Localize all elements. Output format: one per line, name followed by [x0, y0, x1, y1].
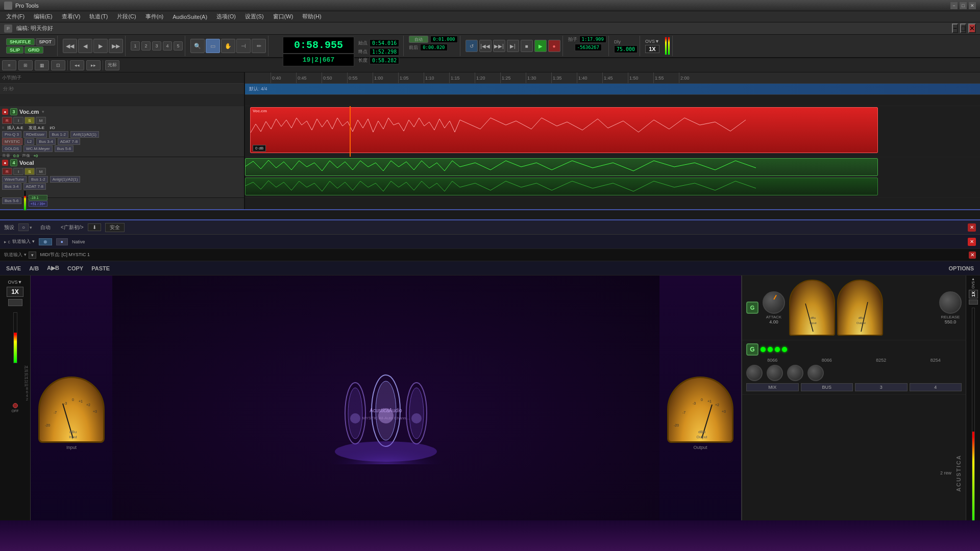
loop-button[interactable]: ↺	[465, 40, 478, 52]
track-4-mute[interactable]: M	[36, 168, 46, 175]
back-button[interactable]: ◀	[78, 39, 92, 53]
insert-l2[interactable]: L2	[24, 138, 34, 145]
grab-tool[interactable]: ✋	[221, 39, 235, 53]
menu-clip[interactable]: 片段(C)	[113, 12, 140, 21]
bus1-display[interactable]: Bus 1-2	[49, 131, 68, 138]
midi-input-select[interactable]: ▾	[29, 252, 36, 259]
menu-help[interactable]: 帮助(H)	[298, 12, 325, 21]
bus2-display[interactable]: Bus 3-4	[36, 138, 56, 145]
prev-button[interactable]: ◀◀	[63, 39, 77, 53]
insert-mystic[interactable]: MYSTIC	[2, 138, 22, 145]
plugin-compare[interactable]: 安全	[105, 223, 125, 232]
window-controls[interactable]: − □ ✕	[950, 2, 976, 9]
track-4-power[interactable]: ●	[2, 160, 8, 166]
right-ovs-checkbox[interactable]	[969, 299, 978, 305]
track4-bus2[interactable]: Bus 3-4	[2, 183, 21, 190]
nudge-back[interactable]: ◂◂	[70, 60, 84, 70]
menu-options[interactable]: 选项(O)	[212, 12, 240, 21]
menu-window[interactable]: 窗口(W)	[269, 12, 298, 21]
track-3-mute[interactable]: M	[36, 117, 46, 124]
slip-button[interactable]: SLIP	[6, 46, 23, 54]
goto-end-button[interactable]: ▶|	[507, 40, 519, 52]
rewind-button[interactable]: |◀◀	[479, 40, 492, 52]
track4-insert1[interactable]: WaveTune	[2, 176, 27, 183]
select-tool[interactable]: ▭	[206, 39, 220, 53]
paste-button[interactable]: PASTE	[91, 265, 110, 271]
freq-knob-2[interactable]	[767, 365, 783, 381]
midi-close-button[interactable]: ✕	[969, 252, 976, 259]
options-button[interactable]: OPTIONS	[948, 265, 974, 271]
maximize-button[interactable]: □	[960, 2, 967, 9]
plugin-bypass-button[interactable]: ⊗	[39, 238, 52, 245]
track-4-input[interactable]: I	[13, 168, 23, 175]
stop-button[interactable]: ■	[521, 40, 533, 52]
track-3-record[interactable]: R	[2, 117, 12, 124]
mix-button[interactable]: MIX	[746, 383, 799, 391]
edit-mode-2[interactable]: ⊞	[18, 60, 33, 70]
menu-edit[interactable]: 编辑(E)	[30, 12, 57, 21]
ovs-checkbox[interactable]	[8, 299, 22, 306]
plugin-panel-close[interactable]: ✕	[968, 223, 976, 232]
atob-button[interactable]: A▶B	[47, 265, 59, 271]
track-1-button[interactable]: 1	[131, 41, 140, 51]
menu-track[interactable]: 轨道(T)	[85, 12, 112, 21]
track-3-power[interactable]: ●	[2, 109, 8, 115]
track-3-input[interactable]: I	[13, 117, 23, 124]
track4-bus3[interactable]: Bus 5-6	[2, 197, 21, 204]
track-3-button[interactable]: 3	[152, 41, 161, 51]
save-button[interactable]: SAVE	[6, 265, 21, 271]
minimize-button[interactable]: −	[950, 2, 958, 9]
ab-button[interactable]: A/B	[29, 265, 39, 271]
edit-mode-1[interactable]: ≡	[2, 60, 16, 70]
close-button[interactable]: ✕	[969, 2, 976, 9]
ff-button[interactable]: ▶▶|	[493, 40, 505, 52]
insert-rdeesser[interactable]: RDeEsser	[23, 131, 47, 138]
menu-view[interactable]: 查看(V)	[58, 12, 85, 21]
track-3-region[interactable]: Voc.cm 0 dB	[250, 107, 878, 153]
plugin-save-btn[interactable]: ⬇	[88, 223, 101, 231]
forward-button[interactable]: ▶	[93, 39, 108, 53]
release-knob[interactable]	[939, 291, 962, 314]
plugin-active-button[interactable]: ●	[56, 238, 68, 245]
freq-knob-1[interactable]	[746, 365, 763, 381]
menu-audiosuite[interactable]: AudioSuite(A)	[168, 13, 211, 21]
track-5-button[interactable]: 5	[174, 41, 183, 51]
preroll-enable-button[interactable]: 自动	[409, 36, 428, 43]
track4-out[interactable]: AnlgI(1)/A2(1)	[50, 176, 81, 183]
bus-3-button[interactable]: 3	[855, 383, 908, 391]
track-4-region-bottom[interactable]	[245, 178, 878, 195]
attack-knob[interactable]	[763, 291, 785, 314]
menu-event[interactable]: 事件(n)	[141, 12, 167, 21]
bus3-display[interactable]: Bus 5-6	[55, 145, 74, 152]
edit-mode-3[interactable]: ▦	[35, 60, 49, 70]
float-close-button[interactable]: ✕	[968, 23, 976, 33]
play-button[interactable]: ▶	[534, 40, 547, 52]
grid-button[interactable]: GRID	[24, 46, 43, 54]
insert-golds[interactable]: GOLDS	[2, 145, 21, 152]
track-4-button[interactable]: 4	[163, 41, 172, 51]
copy-button[interactable]: COPY	[67, 265, 83, 271]
float-min-button[interactable]: −	[952, 23, 958, 33]
track-4-region-top[interactable]	[245, 158, 878, 176]
nudge-forward[interactable]: ▸▸	[86, 60, 101, 70]
spot-button[interactable]: SPOT	[36, 38, 56, 45]
zoom-in[interactable]: 光标	[105, 60, 119, 70]
float-max-button[interactable]: □	[960, 23, 966, 33]
record-button[interactable]: ●	[548, 40, 560, 52]
insert-proq3[interactable]: Pro-Q 3	[2, 131, 21, 138]
plugin-toolbar-close[interactable]: ✕	[968, 238, 976, 246]
menu-settings[interactable]: 设置(S)	[241, 12, 268, 21]
bus-4-button[interactable]: 4	[910, 383, 962, 391]
trim-tool[interactable]: ⊣	[236, 39, 251, 53]
edit-mode-4[interactable]: ⊡	[51, 60, 65, 70]
menu-file[interactable]: 文件(F)	[2, 12, 29, 21]
track-4-solo[interactable]: S	[24, 168, 35, 175]
track-4-record[interactable]: R	[2, 168, 12, 175]
shuffle-button[interactable]: SHUFFLE	[6, 38, 35, 45]
adat1-display[interactable]: ADAT 7-8	[58, 138, 80, 145]
bus-button[interactable]: BUS	[801, 383, 853, 391]
zoom-tool[interactable]: 🔍	[190, 39, 205, 53]
freq-knob-3[interactable]	[787, 365, 803, 381]
track4-adat[interactable]: ADAT 7-8	[23, 183, 46, 190]
pencil-tool[interactable]: ✏	[252, 39, 266, 53]
